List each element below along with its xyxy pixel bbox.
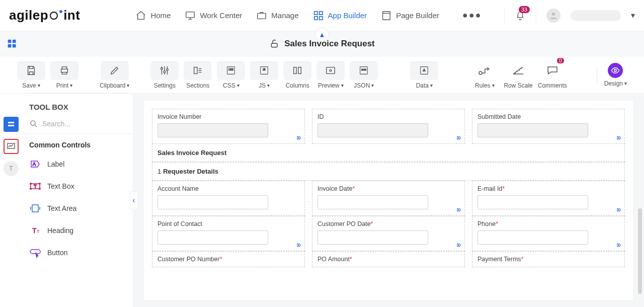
nav-home[interactable]: Home [135, 10, 171, 21]
field-customer-po-date[interactable]: Customer PO Date* [312, 216, 465, 251]
link-icon[interactable] [614, 206, 621, 213]
nav-more-icon[interactable]: ●●● [462, 10, 482, 21]
submitted-date-input[interactable] [477, 123, 588, 137]
settings-button[interactable]: Settings [150, 61, 179, 89]
comments-count: 0 [557, 58, 564, 63]
user-name-chip[interactable] [571, 10, 621, 21]
unlocked-icon [269, 39, 279, 49]
nav-page-builder[interactable]: Page Builder [381, 10, 439, 21]
preview-icon [325, 65, 336, 76]
nav-label: App Builder [328, 11, 367, 20]
rules-button[interactable]: Rules▾ [470, 61, 499, 89]
clipboard-button[interactable]: Clipboard▾ [100, 61, 129, 89]
section-header[interactable]: Sales Invoice Request [152, 144, 625, 162]
sliders-icon [159, 65, 170, 76]
phone-input[interactable] [477, 231, 588, 245]
toolbox-search-input[interactable] [42, 120, 130, 128]
rowscale-button[interactable]: Row Scale [504, 61, 532, 89]
field-po-amount[interactable]: PO Amount* [312, 251, 465, 267]
link-icon[interactable] [454, 206, 461, 213]
svg-point-15 [161, 67, 163, 69]
control-heading[interactable]: TT Heading [22, 219, 133, 242]
field-phone[interactable]: Phone* [472, 216, 625, 251]
svg-rect-24 [298, 67, 301, 73]
svg-rect-5 [314, 16, 317, 19]
svg-text:A: A [33, 162, 36, 167]
comments-button[interactable]: 0 Comments [538, 61, 567, 89]
field-invoice-date[interactable]: Invoice Date* [312, 181, 465, 216]
control-label[interactable]: A Label [22, 153, 133, 175]
eye-icon [611, 66, 620, 75]
link-icon[interactable] [294, 134, 301, 141]
textbox-icon: T [29, 180, 41, 192]
link-icon[interactable] [294, 242, 301, 249]
field-invoice-number[interactable]: Invoice Number [152, 109, 305, 144]
customer-po-date-input[interactable] [317, 231, 428, 245]
svg-rect-2 [258, 13, 266, 19]
sections-button[interactable]: Sections [184, 61, 212, 89]
save-button[interactable]: Save▾ [17, 61, 45, 89]
nav-app-builder[interactable]: App Builder [313, 10, 367, 21]
svg-rect-12 [13, 44, 16, 47]
collapse-toolbox-icon[interactable]: ‹ [130, 191, 138, 209]
chevron-down-icon[interactable]: ▾ [631, 11, 635, 20]
css-button[interactable]: CSS CSS▾ [217, 61, 245, 89]
avatar[interactable] [546, 9, 560, 23]
rail-text-icon[interactable]: T [4, 161, 19, 176]
link-icon[interactable] [454, 242, 461, 249]
logo[interactable]: agilepint [9, 8, 80, 23]
nav-work-center[interactable]: Work Center [185, 10, 242, 21]
account-name-input[interactable] [157, 195, 268, 209]
link-icon[interactable] [614, 242, 621, 249]
control-button[interactable]: Button [22, 242, 133, 264]
svg-rect-25 [327, 67, 335, 73]
control-textbox[interactable]: T Text Box [22, 175, 133, 197]
svg-point-16 [164, 70, 166, 72]
email-id-input[interactable] [477, 195, 588, 209]
design-mode-button[interactable]: Design▾ [604, 63, 627, 87]
field-payment-terms[interactable]: Payment Terms* [472, 251, 625, 267]
svg-text:T: T [32, 226, 37, 235]
json-button[interactable]: JSON JSON▾ [350, 61, 378, 89]
app-switcher-icon[interactable] [7, 39, 17, 49]
svg-rect-14 [61, 69, 68, 72]
print-button[interactable]: Print▾ [50, 61, 78, 89]
id-input[interactable] [317, 123, 428, 137]
collapse-nav-icon[interactable]: ▴ [315, 27, 329, 41]
notifications-button[interactable]: 33 [515, 10, 526, 21]
heading-icon: TT [29, 224, 41, 237]
control-textarea[interactable]: Text Area [22, 197, 133, 219]
nav-label: Work Center [200, 11, 242, 20]
section-requester-details[interactable]: 1Requester Details [152, 162, 625, 181]
field-account-name[interactable]: Account Name [152, 181, 305, 216]
point-of-contact-input[interactable] [157, 231, 268, 245]
textarea-icon [29, 202, 41, 214]
rail-analytics-icon[interactable] [4, 139, 19, 154]
data-button[interactable]: A Data▾ [410, 61, 438, 89]
field-email-id[interactable]: E-mail Id* [472, 181, 625, 216]
field-submitted-date[interactable]: Submitted Date [472, 109, 625, 144]
svg-rect-13 [271, 43, 277, 47]
svg-rect-10 [13, 39, 16, 43]
scrollbar-thumb[interactable] [638, 208, 642, 294]
link-icon[interactable] [614, 134, 621, 141]
invoice-date-input[interactable] [317, 195, 428, 209]
grid-icon [313, 10, 324, 21]
invoice-number-input[interactable] [157, 123, 268, 137]
field-customer-po-number[interactable]: Customer PO Number* [152, 251, 305, 267]
js-button[interactable]: JS JS▾ [250, 61, 278, 89]
json-icon: JSON [358, 65, 369, 76]
preview-button[interactable]: Preview▾ [316, 61, 345, 89]
svg-text:T: T [34, 184, 37, 189]
notification-count: 33 [519, 6, 530, 13]
svg-text:JS: JS [263, 68, 266, 71]
rail-form-icon[interactable] [4, 117, 19, 132]
field-id[interactable]: ID [312, 109, 465, 144]
link-icon[interactable] [454, 134, 461, 141]
field-point-of-contact[interactable]: Point of Contact [152, 216, 305, 251]
svg-point-40 [30, 183, 31, 184]
save-icon [26, 65, 37, 76]
columns-button[interactable]: Columns [283, 61, 311, 89]
nav-manage[interactable]: Manage [256, 10, 298, 21]
monitor-icon [185, 10, 196, 21]
